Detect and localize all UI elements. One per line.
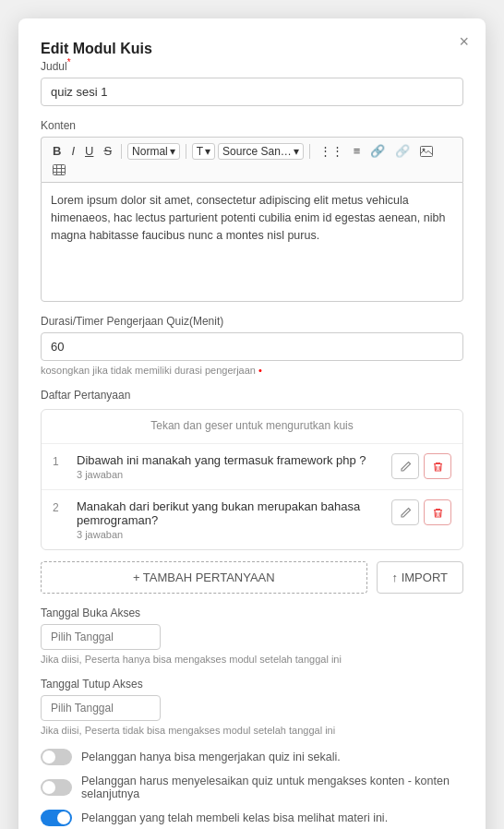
toggle-1-row: Pelanggan hanya bisa mengerjakan quiz in…: [41, 749, 463, 765]
sep3: [309, 144, 310, 159]
question-2-actions: [391, 499, 451, 525]
question-2-text: Manakah dari berikut yang bukan merupaka…: [77, 499, 382, 527]
image-button[interactable]: [416, 144, 437, 159]
link-button[interactable]: 🔗: [366, 142, 389, 160]
questions-section: Daftar Pertanyaan Tekan dan geser untuk …: [41, 389, 463, 594]
questions-label: Daftar Pertanyaan: [41, 389, 463, 402]
question-2-sub: 3 jawaban: [77, 529, 382, 540]
import-button[interactable]: ↑ IMPORT: [377, 561, 463, 594]
sep1: [121, 144, 122, 159]
tanggal-buka-input[interactable]: [41, 624, 161, 650]
toggle-3-row: Pelanggan yang telah membeli kelas bisa …: [41, 810, 463, 826]
tanggal-tutup-hint: Jika diisi, Peserta tidak bisa mengakses…: [41, 725, 463, 736]
konten-label: Konten: [41, 119, 463, 132]
edit-question-2-button[interactable]: [391, 499, 419, 525]
font-family-select[interactable]: Source San… ▾: [218, 143, 304, 160]
editor-text: Lorem ipsum dolor sit amet, consectetur …: [51, 194, 445, 242]
toggle-2-label: Pelanggan harus menyelesaikan quiz untuk…: [81, 775, 463, 800]
tanggal-tutup-input[interactable]: [41, 695, 161, 721]
underline-button[interactable]: U: [81, 142, 97, 160]
required-dot: •: [258, 365, 262, 376]
style-select[interactable]: Normal ▾: [127, 143, 180, 160]
tanggal-buka-label: Tanggal Buka Akses: [41, 607, 463, 619]
question-1-sub: 3 jawaban: [77, 469, 382, 480]
font-select[interactable]: T ▾: [192, 143, 215, 160]
table-row: 1 Dibawah ini manakah yang termasuk fram…: [42, 444, 462, 490]
list-ol-button[interactable]: ≡: [350, 142, 365, 160]
drag-hint: Tekan dan geser untuk mengurutkan kuis: [42, 410, 462, 444]
modal-container: Edit Modul Kuis × Judul* Konten B I U S …: [18, 18, 486, 829]
duration-input[interactable]: [41, 332, 463, 361]
question-buttons-row: + TAMBAH PERTANYAAN ↑ IMPORT: [41, 561, 463, 594]
delete-question-1-button[interactable]: [424, 453, 451, 479]
question-num-1: 1: [53, 453, 67, 468]
delete-question-2-button[interactable]: [424, 499, 451, 525]
toggle-2-row: Pelanggan harus menyelesaikan quiz untuk…: [41, 775, 463, 800]
question-1-actions: [391, 453, 451, 479]
question-1-text: Dibawah ini manakah yang termasuk framew…: [77, 453, 382, 467]
tanggal-tutup-section: Tanggal Tutup Akses Jika diisi, Peserta …: [41, 678, 463, 736]
judul-label: Judul*: [41, 57, 463, 73]
add-question-button[interactable]: + TAMBAH PERTANYAAN: [41, 561, 367, 594]
italic-button[interactable]: I: [67, 142, 78, 160]
tanggal-buka-hint: Jika diisi, Peserta hanya bisa mengakses…: [41, 654, 463, 665]
editor-toolbar: B I U S Normal ▾ T ▾ Source San… ▾ ⋮⋮ ≡ …: [41, 137, 463, 182]
list-ul-button[interactable]: ⋮⋮: [316, 142, 347, 160]
toggle-1[interactable]: [41, 749, 72, 765]
sep2: [186, 144, 186, 159]
editor-content-area[interactable]: Lorem ipsum dolor sit amet, consectetur …: [41, 182, 463, 302]
question-num-2: 2: [53, 499, 67, 514]
modal-title: Edit Modul Kuis: [41, 41, 152, 56]
bold-button[interactable]: B: [49, 142, 65, 160]
question-1-content: Dibawah ini manakah yang termasuk framew…: [77, 453, 382, 480]
unlink-button[interactable]: 🔗: [391, 142, 414, 160]
toggle-1-label: Pelanggan hanya bisa mengerjakan quiz in…: [81, 751, 341, 763]
svg-rect-2: [54, 165, 66, 175]
table-button[interactable]: [49, 162, 69, 177]
edit-question-1-button[interactable]: [391, 453, 419, 479]
toggle-3[interactable]: [41, 810, 72, 826]
konten-section: Konten B I U S Normal ▾ T ▾ Source San… …: [41, 119, 463, 302]
tanggal-tutup-label: Tanggal Tutup Akses: [41, 678, 463, 691]
duration-section: Durasi/Timer Pengerjaan Quiz(Menit) koso…: [41, 315, 463, 376]
duration-hint: kosongkan jika tidak memiliki durasi pen…: [41, 365, 463, 376]
tanggal-buka-section: Tanggal Buka Akses Jika diisi, Peserta h…: [41, 607, 463, 665]
table-row: 2 Manakah dari berikut yang bukan merupa…: [42, 490, 462, 549]
question-2-content: Manakah dari berikut yang bukan merupaka…: [77, 499, 382, 540]
duration-label: Durasi/Timer Pengerjaan Quiz(Menit): [41, 315, 463, 328]
toggle-2[interactable]: [41, 779, 72, 796]
judul-section: Judul*: [41, 57, 463, 106]
toggle-3-label: Pelanggan yang telah membeli kelas bisa …: [81, 811, 388, 824]
close-button[interactable]: ×: [459, 33, 469, 50]
strikethrough-button[interactable]: S: [100, 142, 115, 160]
judul-input[interactable]: [41, 78, 463, 106]
